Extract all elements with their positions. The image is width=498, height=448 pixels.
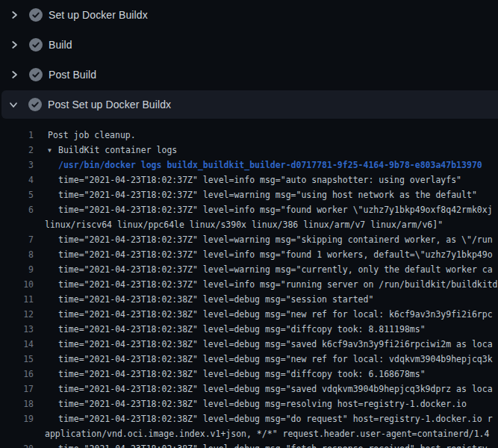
log-line: 1Post job cleanup. <box>0 128 498 143</box>
group-expanded-triangle-icon[interactable]: ▼ <box>48 143 58 158</box>
line-number[interactable]: 5 <box>0 187 34 202</box>
log-line: 8time="2021-04-23T18:02:37Z" level=info … <box>0 247 498 262</box>
line-number[interactable]: 15 <box>0 352 34 367</box>
log-text: application/vnd.oci.image.index.v1+json,… <box>45 426 489 441</box>
log-line: 20time="2021-04-23T18:02:38Z" level=debu… <box>0 441 498 448</box>
log-text: linux/riscv64 linux/ppc64le linux/s390x … <box>45 217 443 232</box>
check-circle-icon <box>29 8 43 22</box>
line-number <box>0 426 34 441</box>
chevron-right-icon[interactable] <box>10 10 19 19</box>
line-number[interactable]: 6 <box>0 202 34 217</box>
log-text: time="2021-04-23T18:02:38Z" level=debug … <box>58 367 426 382</box>
check-circle-icon <box>29 68 43 81</box>
line-number[interactable]: 11 <box>0 292 34 307</box>
log-line: 11time="2021-04-23T18:02:38Z" level=debu… <box>0 292 498 307</box>
log-group-toggle[interactable]: ▼BuildKit container logs <box>48 143 177 158</box>
line-number[interactable]: 1 <box>0 128 34 143</box>
log-line: 14time="2021-04-23T18:02:38Z" level=debu… <box>0 337 498 352</box>
log-line: 4time="2021-04-23T18:02:37Z" level=info … <box>0 172 498 187</box>
log-text: time="2021-04-23T18:02:37Z" level=info m… <box>58 277 498 292</box>
log-line: 2▼BuildKit container logs <box>0 143 498 158</box>
log-text: time="2021-04-23T18:02:37Z" level=info m… <box>58 247 493 262</box>
chevron-right-icon[interactable] <box>10 70 19 79</box>
log-text: time="2021-04-23T18:02:38Z" level=debug … <box>58 396 467 411</box>
log-text: time="2021-04-23T18:02:38Z" level=debug … <box>58 322 426 337</box>
line-number[interactable]: 13 <box>0 322 34 337</box>
step-label: Build <box>49 39 72 51</box>
line-number[interactable]: 18 <box>0 396 34 411</box>
log-line-continuation: linux/riscv64 linux/ppc64le linux/s390x … <box>0 217 498 232</box>
line-number[interactable]: 9 <box>0 262 34 277</box>
check-circle-icon <box>29 38 43 52</box>
line-number[interactable]: 14 <box>0 337 34 352</box>
log-line: 9time="2021-04-23T18:02:37Z" level=warni… <box>0 262 498 277</box>
line-number[interactable]: 12 <box>0 307 34 322</box>
log-line: 19time="2021-04-23T18:02:38Z" level=debu… <box>0 411 498 426</box>
step-label: Post Build <box>49 69 96 81</box>
log-text: time="2021-04-23T18:02:37Z" level=info m… <box>58 202 493 217</box>
log-text: time="2021-04-23T18:02:38Z" level=debug … <box>58 337 493 352</box>
chevron-right-icon[interactable] <box>10 40 19 49</box>
log-group-label[interactable]: BuildKit container logs <box>58 145 177 155</box>
line-number[interactable]: 2 <box>0 143 34 158</box>
step-header-set-up-docker-buildx[interactable]: Set up Docker Buildx <box>0 0 498 30</box>
line-number[interactable]: 3 <box>0 158 34 172</box>
log-line: 6time="2021-04-23T18:02:37Z" level=info … <box>0 202 498 217</box>
line-number[interactable]: 7 <box>0 232 34 247</box>
log-text: time="2021-04-23T18:02:37Z" level=info m… <box>58 172 461 187</box>
log-line: 15time="2021-04-23T18:02:38Z" level=debu… <box>0 352 498 367</box>
line-number <box>0 217 34 232</box>
log-line: 5time="2021-04-23T18:02:37Z" level=warni… <box>0 187 498 202</box>
line-number[interactable]: 17 <box>0 382 34 396</box>
step-header-post-set-up-docker-buildx[interactable]: Post Set up Docker Buildx <box>1 90 498 119</box>
log-text: time="2021-04-23T18:02:37Z" level=warnin… <box>58 262 493 277</box>
step-header-build[interactable]: Build <box>0 30 498 60</box>
log-line: 12time="2021-04-23T18:02:38Z" level=debu… <box>0 307 498 322</box>
log-text: time="2021-04-23T18:02:38Z" level=debug … <box>58 352 493 367</box>
log-text: time="2021-04-23T18:02:37Z" level=warnin… <box>58 187 477 202</box>
log-line: 10time="2021-04-23T18:02:37Z" level=info… <box>0 277 498 292</box>
log-line: 3/usr/bin/docker logs buildx_buildkit_bu… <box>0 158 498 172</box>
log-line: 17time="2021-04-23T18:02:38Z" level=debu… <box>0 382 498 396</box>
log-text: time="2021-04-23T18:02:38Z" level=debug … <box>58 307 493 322</box>
log-command-text: /usr/bin/docker logs buildx_buildkit_bui… <box>58 158 482 172</box>
step-label: Post Set up Docker Buildx <box>48 99 171 111</box>
step-header-post-build[interactable]: Post Build <box>0 60 498 90</box>
log-line: 13time="2021-04-23T18:02:38Z" level=debu… <box>0 322 498 337</box>
line-number[interactable]: 16 <box>0 367 34 382</box>
line-number[interactable]: 10 <box>0 277 34 292</box>
log-text: time="2021-04-23T18:02:38Z" level=debug … <box>58 382 493 396</box>
log-line: 16time="2021-04-23T18:02:38Z" level=debu… <box>0 367 498 382</box>
check-circle-icon <box>28 98 42 111</box>
log-line-continuation: application/vnd.oci.image.index.v1+json,… <box>0 426 498 441</box>
step-list: Set up Docker BuildxBuildPost BuildPost … <box>0 0 498 119</box>
line-number[interactable]: 4 <box>0 172 34 187</box>
log-text: Post job cleanup. <box>48 128 136 143</box>
log-text: time="2021-04-23T18:02:37Z" level=warnin… <box>58 232 493 247</box>
line-number[interactable]: 20 <box>0 441 34 448</box>
step-label: Set up Docker Buildx <box>49 9 148 21</box>
log-text: time="2021-04-23T18:02:38Z" level=debug … <box>58 292 373 307</box>
log-text: time="2021-04-23T18:02:38Z" level=debug … <box>58 411 493 426</box>
log-line: 7time="2021-04-23T18:02:37Z" level=warni… <box>0 232 498 247</box>
log-line: 18time="2021-04-23T18:02:38Z" level=debu… <box>0 396 498 411</box>
line-number[interactable]: 19 <box>0 411 34 426</box>
line-number[interactable]: 8 <box>0 247 34 262</box>
log-text: time="2021-04-23T18:02:38Z" level=debug … <box>58 441 493 448</box>
chevron-down-icon[interactable] <box>9 100 18 109</box>
log-viewer: 1Post job cleanup.2▼BuildKit container l… <box>0 119 498 448</box>
